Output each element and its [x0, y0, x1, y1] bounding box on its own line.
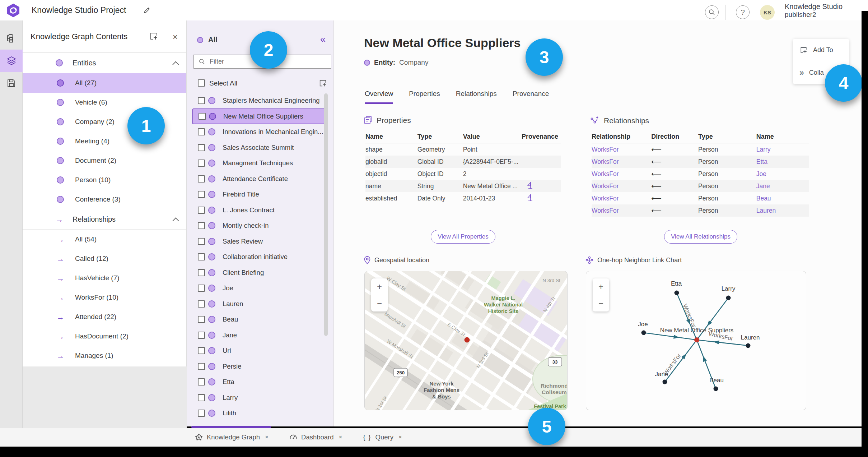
item-checkbox[interactable]	[198, 316, 205, 323]
list-item-lauren[interactable]: Lauren	[192, 296, 328, 312]
item-checkbox[interactable]	[198, 128, 205, 135]
list-item-sales-associate-summit[interactable]: Sales Associate Summit	[192, 140, 328, 156]
list-item-staplers-mechanical-engineering[interactable]: Staplers Mechanical Engineering	[192, 93, 328, 109]
relationship-link[interactable]: WorksFor	[592, 180, 651, 192]
help-button[interactable]: ?	[736, 5, 750, 19]
search-button[interactable]	[705, 5, 719, 19]
add-selection-to-map-icon[interactable]	[318, 79, 328, 88]
contents-item-hasdocument-2-[interactable]: →HasDocument (2)	[23, 327, 186, 346]
contents-item-attended-22-[interactable]: →Attended (22)	[23, 307, 186, 327]
node-lauren[interactable]	[746, 343, 751, 348]
item-checkbox[interactable]	[199, 113, 206, 120]
contents-item-manages-1-[interactable]: →Manages (1)	[23, 346, 186, 365]
item-checkbox[interactable]	[198, 253, 205, 260]
avatar[interactable]: KS	[760, 5, 775, 20]
item-checkbox[interactable]	[198, 222, 205, 229]
list-item-larry[interactable]: Larry	[192, 390, 328, 406]
close-panel-icon[interactable]: ×	[173, 32, 178, 42]
list-item-uri[interactable]: Uri	[192, 343, 328, 359]
item-checkbox[interactable]	[198, 144, 205, 151]
contents-item-conference-3-[interactable]: Conference (3)	[23, 190, 186, 209]
node-joe[interactable]	[641, 331, 646, 335]
bottom-tab-query[interactable]: { }Query×	[363, 433, 402, 441]
list-scrollbar[interactable]	[324, 93, 328, 336]
item-checkbox[interactable]	[198, 269, 205, 276]
list-item-attendance-certificate[interactable]: Attendance Certificate	[192, 171, 328, 187]
chevron-up-icon[interactable]	[172, 217, 179, 224]
contents-item-all-27-[interactable]: All (27)	[23, 73, 186, 93]
node-larry[interactable]	[726, 296, 731, 300]
list-item-etta[interactable]: Etta	[192, 374, 328, 390]
contents-item-document-2-[interactable]: Document (2)	[23, 151, 186, 170]
close-tab-icon[interactable]: ×	[398, 434, 402, 441]
relationship-link[interactable]: WorksFor	[592, 156, 651, 168]
chart-zoom-out-button[interactable]: −	[593, 295, 609, 312]
contents-item-called-12-[interactable]: →Called (12)	[23, 249, 186, 268]
item-checkbox[interactable]	[198, 394, 205, 401]
add-to-button[interactable]: Add To	[793, 39, 849, 61]
list-item-joe[interactable]: Joe	[192, 280, 328, 296]
item-checkbox[interactable]	[198, 207, 205, 214]
list-item-client-briefing[interactable]: Client Briefing	[192, 265, 328, 281]
map-zoom-out-button[interactable]: −	[371, 295, 388, 312]
related-name-link[interactable]: Larry	[756, 143, 809, 156]
related-name-link[interactable]: Etta	[756, 156, 809, 168]
tab-provenance[interactable]: Provenance	[513, 90, 549, 104]
list-item-sales-review[interactable]: Sales Review	[192, 234, 328, 249]
item-checkbox[interactable]	[198, 410, 205, 417]
list-item-jane[interactable]: Jane	[192, 327, 328, 343]
rail-item-contents-active[interactable]	[0, 50, 23, 72]
item-checkbox[interactable]	[198, 175, 205, 183]
related-name-link[interactable]: Joe	[756, 168, 809, 180]
section-header-entities[interactable]: Entities	[23, 53, 186, 73]
list-item-managment-techniques[interactable]: Managment Techniques	[192, 155, 328, 171]
item-checkbox[interactable]	[198, 300, 205, 308]
rail-item-save[interactable]	[0, 72, 23, 94]
contents-item-all-54-[interactable]: →All (54)	[23, 230, 186, 249]
select-all-checkbox[interactable]	[198, 79, 205, 87]
contents-item-worksfor-10-[interactable]: →WorksFor (10)	[23, 288, 186, 307]
rail-item-data-model[interactable]	[0, 27, 23, 50]
one-hop-link-chart[interactable]: WorksForWorksForWorksForEttaLarryJoeLaur…	[586, 271, 806, 410]
item-checkbox[interactable]	[198, 238, 205, 245]
bottom-tab-knowledge-graph[interactable]: Knowledge Graph×	[195, 433, 269, 441]
tab-overview[interactable]: Overview	[365, 90, 393, 104]
provenance-flag-icon[interactable]	[527, 194, 534, 202]
list-item-l-jones-contract[interactable]: L. Jones Contract	[192, 202, 328, 218]
contents-item-hasvehicle-7-[interactable]: →HasVehicle (7)	[23, 268, 186, 288]
map-zoom-in-button[interactable]: +	[371, 278, 388, 295]
list-item-lilith[interactable]: Lilith	[192, 405, 328, 421]
list-item-collaboration-initiative[interactable]: Collaboration initiative	[192, 249, 328, 265]
node-center[interactable]	[694, 337, 699, 342]
relationship-link[interactable]: WorksFor	[592, 204, 651, 217]
chevron-up-icon[interactable]	[172, 61, 179, 68]
provenance-flag-icon[interactable]	[527, 181, 534, 189]
node-etta[interactable]	[675, 291, 679, 295]
related-name-link[interactable]: Lauren	[756, 204, 809, 217]
geospatial-map[interactable]: W Clay StMarshall StW Marshall StE Clay …	[364, 271, 568, 410]
close-tab-icon[interactable]: ×	[339, 434, 342, 441]
tab-relationships[interactable]: Relationships	[456, 90, 497, 104]
node-beau[interactable]	[714, 387, 718, 391]
contents-item-vehicle-6-[interactable]: Vehicle (6)	[23, 93, 186, 112]
chart-zoom-in-button[interactable]: +	[593, 278, 609, 295]
edit-title-pencil-icon[interactable]	[143, 6, 151, 14]
item-checkbox[interactable]	[198, 378, 205, 386]
add-to-new-map-icon[interactable]	[149, 31, 159, 41]
item-checkbox[interactable]	[198, 191, 205, 198]
node-jane[interactable]	[663, 380, 667, 384]
bottom-tab-dashboard[interactable]: Dashboard×	[289, 433, 342, 441]
related-name-link[interactable]: Beau	[756, 192, 809, 204]
section-header-relationships[interactable]: →Relationships	[23, 209, 186, 230]
list-item-montly-check-in[interactable]: Montly check-in	[192, 218, 328, 234]
relationship-link[interactable]: WorksFor	[592, 143, 651, 156]
list-item-firebird-title[interactable]: Firebird Title	[192, 186, 328, 202]
collapse-selector-icon[interactable]: «	[320, 34, 326, 45]
related-name-link[interactable]: Jane	[756, 180, 809, 192]
item-checkbox[interactable]	[198, 347, 205, 354]
list-item-beau[interactable]: Beau	[192, 311, 328, 327]
item-checkbox[interactable]	[198, 285, 205, 292]
tab-properties[interactable]: Properties	[409, 90, 440, 104]
contents-item-person-10-[interactable]: Person (10)	[23, 170, 186, 190]
item-checkbox[interactable]	[198, 332, 205, 339]
